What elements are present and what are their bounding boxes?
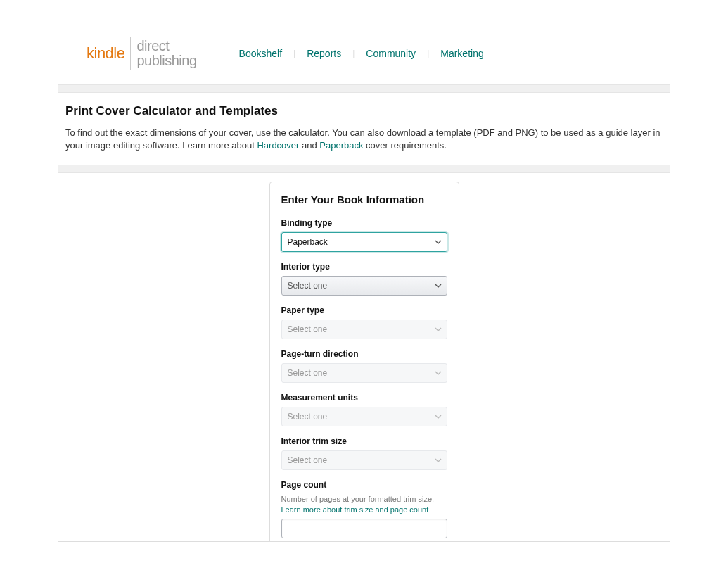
select-trim-size[interactable]: Select one: [281, 450, 447, 470]
label-measurement: Measurement units: [281, 393, 447, 403]
help-text-line: Number of pages at your formatted trim s…: [281, 495, 435, 503]
logo-divider: [130, 37, 131, 70]
gray-band: [58, 84, 670, 93]
logo-dp-line1: direct: [136, 38, 169, 53]
form-card: Enter Your Book Information Binding type…: [269, 182, 459, 542]
logo-direct-publishing: direct publishing: [136, 39, 196, 68]
select-value: Select one: [288, 281, 328, 291]
desc-text-after: cover requirements.: [363, 140, 447, 151]
page-description: To find out the exact dimensions of your…: [65, 127, 663, 152]
label-interior-type: Interior type: [281, 262, 447, 272]
input-page-count[interactable]: [281, 519, 447, 538]
select-measurement[interactable]: Select one: [281, 407, 447, 426]
label-page-turn: Page-turn direction: [281, 349, 447, 359]
desc-and: and: [299, 140, 319, 151]
logo-kindle: kindle: [87, 44, 124, 63]
select-page-turn[interactable]: Select one: [281, 363, 447, 383]
select-value: Select one: [288, 324, 328, 334]
page-count-help: Number of pages at your formatted trim s…: [281, 494, 447, 514]
link-hardcover[interactable]: Hardcover: [257, 140, 299, 151]
form-heading: Enter Your Book Information: [281, 194, 447, 205]
form-area: Enter Your Book Information Binding type…: [58, 173, 670, 542]
select-paper-type[interactable]: Select one: [281, 320, 447, 339]
field-measurement: Measurement units Select one: [281, 393, 447, 426]
title-section: Print Cover Calculator and Templates To …: [58, 93, 670, 165]
label-page-count: Page count: [281, 480, 447, 490]
link-learn-trim-page[interactable]: Learn more about trim size and page coun…: [281, 505, 429, 514]
label-paper-type: Paper type: [281, 305, 447, 315]
select-value: Paperback: [288, 237, 328, 247]
label-binding-type: Binding type: [281, 218, 447, 228]
nav-community[interactable]: Community: [355, 48, 427, 59]
field-trim-size: Interior trim size Select one: [281, 436, 447, 470]
select-interior-type[interactable]: Select one: [281, 276, 447, 296]
page-title: Print Cover Calculator and Templates: [65, 104, 663, 118]
top-nav: Bookshelf | Reports | Community | Market…: [228, 48, 495, 59]
select-value: Select one: [288, 368, 328, 378]
nav-marketing[interactable]: Marketing: [429, 48, 494, 59]
logo[interactable]: kindle direct publishing: [87, 37, 197, 70]
field-page-turn: Page-turn direction Select one: [281, 349, 447, 383]
field-page-count: Page count Number of pages at your forma…: [281, 480, 447, 538]
nav-reports[interactable]: Reports: [295, 48, 352, 59]
label-trim-size: Interior trim size: [281, 436, 447, 446]
select-binding-type[interactable]: Paperback: [281, 232, 447, 252]
field-interior-type: Interior type Select one: [281, 262, 447, 296]
nav-bookshelf[interactable]: Bookshelf: [228, 48, 293, 59]
field-binding-type: Binding type Paperback: [281, 218, 447, 252]
select-value: Select one: [288, 412, 328, 422]
app-frame: kindle direct publishing Bookshelf | Rep…: [58, 20, 670, 542]
logo-dp-line2: publishing: [136, 53, 196, 68]
header: kindle direct publishing Bookshelf | Rep…: [58, 20, 670, 84]
select-value: Select one: [288, 455, 328, 465]
field-paper-type: Paper type Select one: [281, 305, 447, 339]
gray-band: [58, 165, 670, 173]
link-paperback[interactable]: Paperback: [319, 140, 363, 151]
